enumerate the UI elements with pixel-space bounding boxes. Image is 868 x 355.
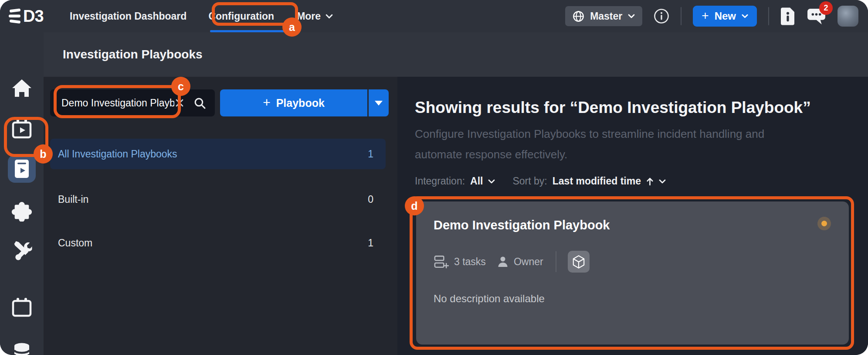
results-description: Configure Investigation Playbooks to str… — [415, 124, 781, 165]
info-icon[interactable] — [654, 8, 669, 24]
person-icon — [497, 256, 509, 268]
sort-ascending-arrow-icon[interactable] — [646, 177, 654, 186]
list-item-count: 1 — [368, 148, 373, 160]
add-playbook-label: Playbook — [276, 97, 325, 109]
playbook-search-bar — [50, 89, 215, 116]
nav-more-label: More — [297, 10, 321, 22]
chevron-down-icon — [488, 179, 495, 184]
chevron-down-icon — [326, 14, 333, 19]
playbook-card-demo-investigation-playbook[interactable]: Demo Investigation Playbook 3 tasks Owne… — [416, 201, 849, 345]
cube-icon — [572, 255, 585, 269]
meta-divider — [556, 251, 556, 272]
list-item-custom[interactable]: Custom 1 — [50, 228, 386, 258]
task-count: 3 tasks — [454, 256, 486, 268]
d3-logo-icon: D3 — [9, 7, 51, 25]
nav-configuration[interactable]: Configuration — [208, 10, 274, 22]
integrations-puzzle-icon[interactable] — [11, 201, 32, 222]
d3-soar-app: D3 Investigation Dashboard Configuration… — [0, 0, 868, 355]
caret-down-icon — [375, 101, 383, 106]
integration-filter-label: Integration: — [415, 175, 465, 187]
knowledge-base-document-icon[interactable] — [780, 7, 795, 25]
globe-icon — [573, 10, 584, 22]
new-button[interactable]: + New — [693, 6, 757, 27]
list-item-count: 1 — [368, 237, 373, 249]
add-playbook-button[interactable]: + Playbook — [220, 89, 367, 116]
sort-by-dropdown[interactable]: Sort by: Last modified time — [512, 175, 665, 187]
nav-more[interactable]: More — [297, 10, 333, 22]
clear-search-button[interactable] — [174, 98, 185, 108]
d3-logo[interactable]: D3 — [9, 7, 51, 25]
playbook-list-panel: + Playbook All Investigation Playbooks 1… — [44, 77, 397, 355]
results-heading: Showing results for “Demo Investigation … — [415, 99, 811, 117]
list-item-label: All Investigation Playbooks — [58, 148, 177, 160]
sort-by-value: Last modified time — [553, 175, 641, 187]
sidebar-item-investigation-playbooks[interactable] — [8, 155, 36, 183]
playbook-card-meta: 3 tasks Owner — [434, 251, 831, 273]
list-item-built-in[interactable]: Built-in 0 — [50, 184, 386, 215]
playbook-book-icon — [12, 158, 31, 179]
page-header: Investigation Playbooks — [44, 32, 868, 77]
tasks-icon — [434, 255, 449, 269]
plus-icon: + — [702, 10, 709, 22]
nav-investigation-dashboard[interactable]: Investigation Dashboard — [70, 10, 186, 22]
playbook-card-header: Demo Investigation Playbook — [434, 218, 831, 232]
notification-count-badge: 2 — [819, 1, 833, 15]
event-playbook-icon[interactable] — [12, 119, 32, 140]
search-icon[interactable] — [193, 97, 206, 109]
package-cube-button[interactable] — [568, 251, 590, 273]
user-avatar[interactable] — [837, 6, 858, 27]
results-panel: Showing results for “Demo Investigation … — [397, 77, 868, 355]
new-button-label: New — [715, 10, 736, 22]
plus-icon: + — [263, 96, 271, 109]
list-item-label: Built-in — [58, 194, 88, 205]
sort-by-label: Sort by: — [512, 175, 547, 187]
chat-notifications[interactable]: 2 — [807, 7, 826, 25]
list-item-count: 0 — [368, 194, 373, 205]
svg-text:D3: D3 — [23, 7, 44, 25]
top-navigation-bar: D3 Investigation Dashboard Configuration… — [0, 0, 868, 32]
page-title: Investigation Playbooks — [63, 48, 203, 61]
topbar-divider — [681, 7, 682, 25]
calendar-icon[interactable] — [12, 298, 32, 317]
search-input[interactable] — [50, 97, 174, 109]
tenant-selector-button[interactable]: Master — [565, 6, 642, 26]
status-dot — [821, 221, 827, 226]
chevron-down-icon — [628, 14, 635, 18]
home-icon[interactable] — [11, 79, 32, 98]
integration-filter-value: All — [470, 175, 483, 187]
list-item-label: Custom — [58, 237, 92, 249]
playbook-card-description: No description available — [434, 293, 831, 305]
topbar-right-group: Master + New — [565, 6, 858, 27]
topbar-divider — [768, 7, 769, 25]
add-playbook-dropdown-button[interactable] — [369, 89, 389, 116]
owner-label: Owner — [514, 256, 543, 268]
chevron-down-icon — [742, 14, 748, 18]
tenant-label: Master — [590, 10, 622, 22]
chevron-down-icon — [659, 179, 666, 184]
database-icon[interactable] — [12, 342, 31, 355]
playbook-card-title: Demo Investigation Playbook — [434, 218, 610, 232]
list-item-all-investigation-playbooks[interactable]: All Investigation Playbooks 1 — [50, 139, 386, 169]
results-filters: Integration: All Sort by: Last modified … — [415, 175, 666, 187]
left-icon-rail — [0, 32, 44, 355]
add-playbook-split-button: + Playbook — [220, 89, 389, 116]
integration-filter-dropdown[interactable]: Integration: All — [415, 175, 495, 187]
utility-tools-icon[interactable] — [12, 240, 32, 260]
